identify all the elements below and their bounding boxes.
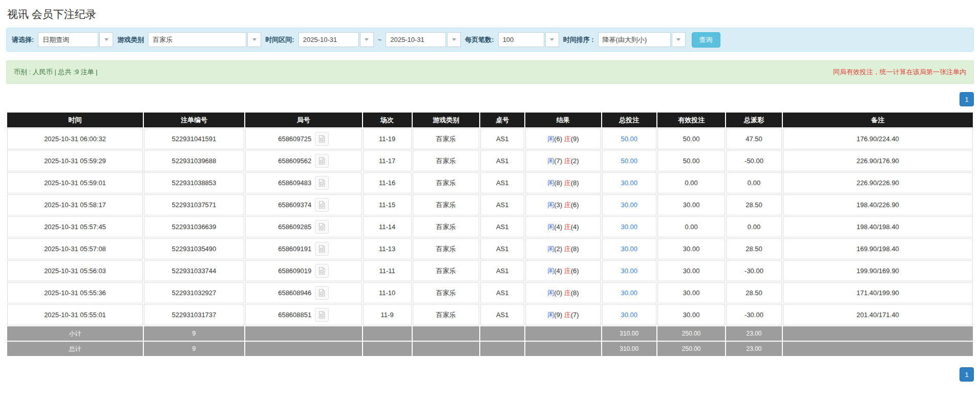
filter-toolbar: 请选择: 日期查询 游戏类别 百家乐 时间区间: 2025-10-31 ~ 20… xyxy=(6,28,974,52)
cell-total-bet: 30.00 xyxy=(602,172,656,193)
game-type-dropdown[interactable]: 百家乐 xyxy=(148,32,261,47)
video-replay-icon[interactable] xyxy=(315,308,329,322)
cell-game-type: 百家乐 xyxy=(413,304,480,325)
caret-down-icon xyxy=(104,38,109,41)
cell-game-type: 百家乐 xyxy=(413,150,480,171)
time-sort-dropdown-button[interactable] xyxy=(672,32,686,47)
date-from-dropdown[interactable]: 2025-10-31 xyxy=(299,32,374,47)
video-replay-icon[interactable] xyxy=(315,154,329,168)
cell-result: 闲(3) 庄(6) xyxy=(525,194,601,215)
caret-down-icon xyxy=(550,38,554,41)
grand-total-row: 总计 9 310.00 250.00 23.00 xyxy=(7,342,973,356)
cell-valid-bet: 50.00 xyxy=(657,150,725,171)
cell-bet-id: 522931038853 xyxy=(144,172,244,193)
video-replay-icon[interactable] xyxy=(315,286,329,300)
cell-round-id: 658609483 xyxy=(245,172,362,193)
grand-total-valid-bet: 250.00 xyxy=(657,342,725,356)
date-to-value[interactable]: 2025-10-31 xyxy=(386,32,446,47)
video-replay-icon[interactable] xyxy=(315,242,329,256)
cell-total-bet: 30.00 xyxy=(602,238,656,259)
subtotal-row: 小计 9 310.00 250.00 23.00 xyxy=(7,326,973,341)
date-from-dropdown-button[interactable] xyxy=(360,32,374,47)
cell-payout: 28.50 xyxy=(726,238,781,259)
total-bet-link[interactable]: 30.00 xyxy=(621,223,637,231)
cell-payout: -50.00 xyxy=(726,150,781,171)
col-header-session: 场次 xyxy=(363,113,412,127)
cell-session: 11-14 xyxy=(363,216,412,237)
cell-payout: 0.00 xyxy=(726,172,781,193)
cell-round-id: 658609019 xyxy=(245,260,362,281)
cell-time: 2025-10-31 05:59:01 xyxy=(7,172,143,193)
page-title: 视讯 会员下注纪录 xyxy=(6,5,974,28)
cell-table-no: AS1 xyxy=(480,150,524,171)
table-row: 2025-10-31 05:55:36 522931032927 6586089… xyxy=(7,282,973,303)
cell-table-no: AS1 xyxy=(480,282,524,303)
col-header-result: 结果 xyxy=(525,113,601,127)
caret-down-icon xyxy=(252,38,257,41)
time-sort-value[interactable]: 降幂(由大到小) xyxy=(598,32,671,47)
cell-total-bet: 30.00 xyxy=(602,194,656,215)
caret-down-icon xyxy=(452,38,456,41)
table-row: 2025-10-31 05:59:01 522931038853 6586094… xyxy=(7,172,973,193)
cell-result: 闲(2) 庄(8) xyxy=(525,238,601,259)
table-row: 2025-10-31 05:57:08 522931035490 6586091… xyxy=(7,238,973,259)
valid-bet-note: 同局有效投注，统一计算在该局第一张注单内 xyxy=(833,68,966,77)
page-1-button[interactable]: 1 xyxy=(960,367,974,382)
cell-valid-bet: 30.00 xyxy=(657,238,725,259)
date-to-dropdown[interactable]: 2025-10-31 xyxy=(386,32,461,47)
total-bet-link[interactable]: 30.00 xyxy=(621,245,637,253)
video-replay-icon[interactable] xyxy=(315,220,329,234)
cell-game-type: 百家乐 xyxy=(413,282,480,303)
col-header-remark: 备注 xyxy=(783,113,973,127)
cell-result: 闲(0) 庄(8) xyxy=(525,282,601,303)
cell-remark: 198.40/198.40 xyxy=(783,216,973,237)
total-bet-link[interactable]: 50.00 xyxy=(621,135,637,143)
video-replay-icon[interactable] xyxy=(315,264,329,278)
cell-result: 闲(7) 庄(2) xyxy=(525,150,601,171)
pagination-bottom: 1 xyxy=(6,367,974,382)
col-header-bet-id: 注单编号 xyxy=(144,113,244,127)
cell-time: 2025-10-31 05:58:17 xyxy=(7,194,143,215)
page-size-dropdown[interactable]: 100 xyxy=(498,32,559,47)
select-mode-dropdown-button[interactable] xyxy=(99,32,113,47)
total-bet-link[interactable]: 30.00 xyxy=(621,201,637,209)
game-type-dropdown-button[interactable] xyxy=(247,32,261,47)
total-bet-link[interactable]: 30.00 xyxy=(621,267,637,275)
video-replay-icon[interactable] xyxy=(315,176,329,190)
col-header-total-bet: 总投注 xyxy=(602,113,656,127)
page-size-label: 每页笔数: xyxy=(465,35,494,45)
subtotal-total-bet: 310.00 xyxy=(602,326,656,341)
col-header-round-id: 局号 xyxy=(245,113,362,127)
page-size-value[interactable]: 100 xyxy=(498,32,544,47)
cell-session: 11-15 xyxy=(363,194,412,215)
select-mode-value[interactable]: 日期查询 xyxy=(38,32,98,47)
cell-valid-bet: 30.00 xyxy=(657,304,725,325)
cell-total-bet: 30.00 xyxy=(602,216,656,237)
time-sort-dropdown[interactable]: 降幂(由大到小) xyxy=(598,32,686,47)
cell-valid-bet: 30.00 xyxy=(657,260,725,281)
cell-remark: 201.40/171.40 xyxy=(783,304,973,325)
total-bet-link[interactable]: 30.00 xyxy=(621,311,637,319)
game-type-value[interactable]: 百家乐 xyxy=(148,32,246,47)
cell-table-no: AS1 xyxy=(480,172,524,193)
date-to-dropdown-button[interactable] xyxy=(447,32,461,47)
total-bet-link[interactable]: 50.00 xyxy=(621,157,637,165)
subtotal-payout: 23.00 xyxy=(726,326,781,341)
video-replay-icon[interactable] xyxy=(315,198,329,212)
video-replay-icon[interactable] xyxy=(315,132,329,146)
cell-session: 11-17 xyxy=(363,150,412,171)
page-1-button[interactable]: 1 xyxy=(960,92,974,106)
search-button[interactable]: 查询 xyxy=(692,32,720,48)
cell-round-id: 658609374 xyxy=(245,194,362,215)
date-from-value[interactable]: 2025-10-31 xyxy=(299,32,359,47)
page-size-dropdown-button[interactable] xyxy=(545,32,559,47)
subtotal-valid-bet: 250.00 xyxy=(657,326,725,341)
cell-total-bet: 30.00 xyxy=(602,260,656,281)
cell-result: 闲(8) 庄(8) xyxy=(525,172,601,193)
col-header-game-type: 游戏类别 xyxy=(413,113,480,127)
cell-bet-id: 522931033744 xyxy=(144,260,244,281)
select-mode-dropdown[interactable]: 日期查询 xyxy=(38,32,113,47)
total-bet-link[interactable]: 30.00 xyxy=(621,289,637,297)
total-bet-link[interactable]: 30.00 xyxy=(621,179,637,187)
cell-valid-bet: 30.00 xyxy=(657,282,725,303)
